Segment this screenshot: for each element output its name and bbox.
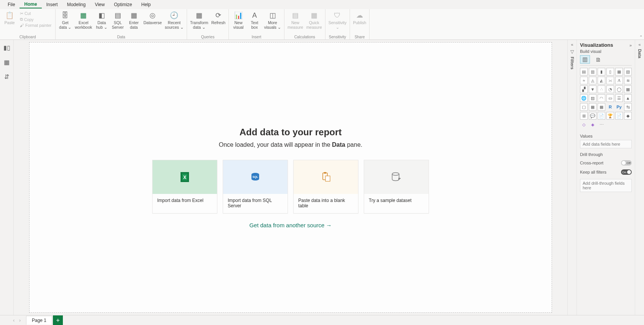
area-chart-icon[interactable]: ◬ xyxy=(589,77,596,84)
more-visuals-button[interactable]: ◫More visuals ⌄ xyxy=(263,10,282,30)
key-influencers-icon[interactable]: ⇆ xyxy=(624,103,632,111)
clustered-bar-icon[interactable]: ▥ xyxy=(589,68,596,76)
donut-icon[interactable]: ◯ xyxy=(615,85,623,93)
tab-optimize[interactable]: Optimize xyxy=(109,1,136,8)
report-view-button[interactable]: ▮▯ xyxy=(3,44,11,51)
visualizations-title: Visualizations xyxy=(580,42,613,48)
narrative-icon[interactable]: 📄 xyxy=(598,112,605,120)
sensitivity-button: 🛡Sensitivity ⌄ xyxy=(328,10,347,30)
100-stacked-column-icon[interactable]: ▧ xyxy=(624,68,632,76)
tab-help[interactable]: Help xyxy=(137,1,156,8)
100-stacked-bar-icon[interactable]: ▦ xyxy=(615,68,623,76)
paste-blank-table-card[interactable]: Paste data into a blank table xyxy=(293,160,358,213)
waterfall-icon[interactable]: ▞ xyxy=(580,85,588,93)
import-sql-card[interactable]: SQL Import data from SQL Server xyxy=(223,160,288,213)
tab-home[interactable]: Home xyxy=(20,1,41,8)
paginated-icon[interactable]: 📄 xyxy=(615,112,623,120)
chart-icon: 📊 xyxy=(234,11,243,20)
sql-server-button[interactable]: ▤SQL Server xyxy=(110,10,125,30)
tab-modeling[interactable]: Modeling xyxy=(62,1,90,8)
py-visual-icon[interactable]: Py xyxy=(615,103,623,111)
goals-icon[interactable]: 🏆 xyxy=(606,112,614,120)
left-view-rail: ▮▯ ▦ ⇵ xyxy=(0,40,14,315)
filters-rail[interactable]: « ▽ Filters xyxy=(567,40,577,315)
dataverse-button[interactable]: ◎Dataverse xyxy=(143,10,163,25)
stacked-bar-icon[interactable]: ▤ xyxy=(580,68,588,76)
data-rail[interactable]: « Data xyxy=(635,40,644,315)
refresh-button[interactable]: ⟳Refresh xyxy=(210,10,226,25)
stacked-column-icon[interactable]: ▮ xyxy=(598,68,605,76)
arcgis-icon[interactable]: ◈ xyxy=(589,121,596,128)
decomposition-icon[interactable]: ⊞ xyxy=(580,112,588,120)
textbox-icon: A xyxy=(250,11,259,20)
new-visual-button[interactable]: 📊New visual xyxy=(231,10,246,30)
line-clustered-icon[interactable]: ⩚ xyxy=(615,77,623,84)
power-apps-icon[interactable]: ◆ xyxy=(624,112,632,120)
canvas-area: Add data to your report Once loaded, you… xyxy=(14,40,567,315)
recent-sources-button[interactable]: 🕘Recent sources ⌄ xyxy=(164,10,184,30)
get-data-button[interactable]: 🗄Get data ⌄ xyxy=(58,10,72,30)
line-stacked-icon[interactable]: ⩙ xyxy=(606,77,614,84)
scatter-icon[interactable]: ∴ xyxy=(598,85,605,93)
ribbon-collapse-button[interactable]: ⌃ xyxy=(639,35,642,39)
line-chart-icon[interactable]: ≈ xyxy=(580,77,588,84)
model-view-button[interactable]: ⇵ xyxy=(3,73,11,80)
excel-workbook-button[interactable]: ▦Excel workbook xyxy=(74,10,93,30)
card-icon[interactable]: ▭ xyxy=(606,94,614,102)
clustered-column-icon[interactable]: ▯ xyxy=(606,68,614,76)
drill-through-drop-zone[interactable]: Add drill-through fields here xyxy=(580,179,632,192)
ribbon-chart-icon[interactable]: ≋ xyxy=(624,77,632,84)
data-hub-button[interactable]: ◧Data hub ⌄ xyxy=(94,10,109,30)
import-excel-card[interactable]: X Import data from Excel xyxy=(152,160,217,213)
format-visual-tab[interactable]: 🗎 xyxy=(593,55,603,64)
page-tab-1[interactable]: Page 1 xyxy=(26,316,52,325)
sample-db-icon xyxy=(364,160,429,194)
enter-data-button[interactable]: ▦Enter data xyxy=(127,10,141,30)
values-label: Values xyxy=(580,134,632,138)
more-visuals-icon[interactable]: ⋯ xyxy=(598,121,605,128)
multi-row-card-icon[interactable]: ☰ xyxy=(615,94,623,102)
stacked-area-icon[interactable]: ◭ xyxy=(598,77,605,84)
report-canvas[interactable]: Add data to your report Once loaded, you… xyxy=(29,42,552,313)
scissors-icon: ✂ xyxy=(20,11,23,16)
funnel-icon[interactable]: ▼ xyxy=(589,85,596,93)
collapse-left-icon[interactable]: « xyxy=(638,42,641,47)
page-next-button[interactable]: › xyxy=(17,318,23,323)
model-icon: ⇵ xyxy=(4,73,9,80)
get-data-another-source-link[interactable]: Get data from another source → xyxy=(249,222,332,228)
keep-filters-toggle[interactable]: On xyxy=(621,169,632,175)
text-box-button[interactable]: AText box xyxy=(247,10,262,30)
publish-icon: ☁ xyxy=(355,11,364,20)
page-prev-button[interactable]: ‹ xyxy=(11,318,17,323)
tab-insert[interactable]: Insert xyxy=(42,1,62,8)
ribbon-group-sensitivity: 🛡Sensitivity ⌄ Sensitivity xyxy=(325,9,350,39)
filled-map-icon[interactable]: ▨ xyxy=(589,94,596,102)
build-visual-tab[interactable]: ▥ xyxy=(580,55,590,64)
slicer-icon[interactable]: ▢ xyxy=(580,103,588,111)
svg-rect-8 xyxy=(324,172,326,174)
r-visual-icon[interactable]: R xyxy=(606,103,614,111)
map-icon[interactable]: 🌐 xyxy=(580,94,588,102)
matrix-icon[interactable]: ▦ xyxy=(598,103,605,111)
treemap-icon[interactable]: ▦ xyxy=(624,85,632,93)
pie-icon[interactable]: ◔ xyxy=(606,85,614,93)
power-automate-icon[interactable]: ◇ xyxy=(580,121,588,128)
svg-text:SQL: SQL xyxy=(253,176,258,179)
qa-icon[interactable]: 💬 xyxy=(589,112,596,120)
ribbon: 📋 Paste ✂Cut ⧉Copy 🖌Format painter Clipb… xyxy=(0,9,644,40)
expand-icon[interactable]: » xyxy=(629,43,632,48)
cross-report-toggle[interactable]: Off xyxy=(621,160,632,166)
tab-file[interactable]: File xyxy=(3,1,20,8)
collapse-left-icon[interactable]: « xyxy=(571,42,573,47)
kpi-icon[interactable]: ▲ xyxy=(624,94,632,102)
transform-data-button[interactable]: ▦Transform data ⌄ xyxy=(189,10,209,30)
values-drop-zone[interactable]: Add data fields here xyxy=(580,140,632,148)
add-page-button[interactable]: + xyxy=(53,315,63,325)
gauge-icon[interactable]: ◠ xyxy=(598,94,605,102)
brush-icon: 🖌 xyxy=(20,23,24,28)
refresh-icon: ⟳ xyxy=(214,11,223,20)
table-icon[interactable]: ▦ xyxy=(589,103,596,111)
tab-view[interactable]: View xyxy=(90,1,109,8)
sample-dataset-card[interactable]: Try a sample dataset xyxy=(364,160,429,213)
table-view-button[interactable]: ▦ xyxy=(3,58,11,66)
